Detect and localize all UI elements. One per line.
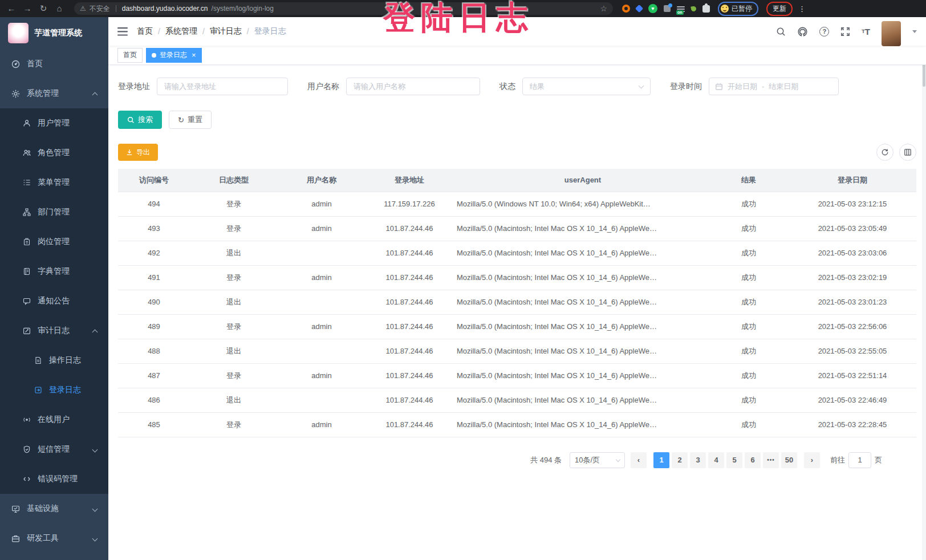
table-row[interactable]: 486 退出 101.87.244.46 Mozilla/5.0 (Macint…	[118, 388, 916, 412]
update-button-label: 更新	[773, 4, 786, 14]
jump-page-input[interactable]	[848, 452, 871, 468]
sidebar-item-label: 短信管理	[38, 444, 70, 455]
cell-login-date: 2021-05-03 22:55:05	[789, 339, 916, 363]
user-avatar[interactable]	[882, 21, 901, 46]
sidebar-item-notices[interactable]: 通知公告	[0, 286, 108, 316]
close-icon[interactable]: ×	[192, 51, 196, 59]
breadcrumb-item[interactable]: 审计日志	[210, 26, 242, 36]
extension-heart-icon[interactable]: ♥	[648, 4, 657, 13]
cell-user-agent: Mozilla/5.0 (Macintosh; Intel Mac OS X 1…	[453, 265, 709, 290]
column-settings-button[interactable]	[899, 144, 916, 161]
magnifier-icon	[127, 116, 135, 124]
page-button-1[interactable]: 1	[653, 452, 669, 468]
refresh-icon: ↻	[178, 116, 184, 124]
table-row[interactable]: 485 登录 admin 101.87.244.46 Mozilla/5.0 (…	[118, 412, 916, 437]
refresh-table-button[interactable]	[876, 144, 893, 161]
sidebar-item-menus[interactable]: 菜单管理	[0, 168, 108, 197]
export-button[interactable]: 导出	[118, 144, 158, 161]
sidebar-item-error-codes[interactable]: 错误码管理	[0, 464, 108, 494]
search-button[interactable]: 搜索	[118, 111, 162, 129]
scrollbar[interactable]	[922, 17, 926, 560]
users-icon	[23, 149, 31, 157]
page-button-50[interactable]: 50	[781, 452, 797, 468]
sidebar-item-posts[interactable]: 岗位管理	[0, 227, 108, 257]
fullscreen-icon[interactable]	[840, 27, 850, 36]
sidebar-item-dicts[interactable]: 字典管理	[0, 257, 108, 286]
sidebar-item-online-users[interactable]: 在线用户	[0, 405, 108, 435]
sidebar-item-system[interactable]: 系统管理	[0, 79, 108, 108]
tag-home[interactable]: 首页	[117, 48, 143, 63]
sidebar-item-dev-tools[interactable]: 研发工具	[0, 524, 108, 553]
table-row[interactable]: 488 退出 101.87.244.46 Mozilla/5.0 (Macint…	[118, 339, 916, 363]
page-button-3[interactable]: 3	[690, 452, 706, 468]
extension-leaf-icon[interactable]	[691, 6, 696, 11]
pagination: 共 494 条 10条/页 ‹ 123456•••50 › 前往 页	[118, 452, 882, 468]
table-row[interactable]: 493 登录 admin 101.87.244.46 Mozilla/5.0 (…	[118, 216, 916, 241]
cell-user-agent: Mozilla/5.0 (Macintosh; Intel Mac OS X 1…	[453, 290, 709, 314]
browser-reload-icon[interactable]: ↻	[36, 1, 50, 16]
table-row[interactable]: 487 登录 admin 101.87.244.46 Mozilla/5.0 (…	[118, 363, 916, 388]
logo-bar[interactable]: 芋道管理系统	[0, 17, 108, 49]
search-icon[interactable]	[776, 27, 786, 36]
tag-login-log[interactable]: 登录日志 ×	[146, 48, 202, 63]
cell-login-address: 101.87.244.46	[365, 290, 453, 314]
bookmark-star-icon[interactable]: ☆	[600, 4, 607, 13]
reset-button[interactable]: ↻ 重置	[169, 111, 212, 129]
extension-proxy-icon[interactable]: on	[677, 5, 685, 12]
browser-back-icon[interactable]: ←	[5, 1, 18, 16]
sidebar-item-roles[interactable]: 角色管理	[0, 138, 108, 168]
breadcrumb-item[interactable]: 系统管理	[165, 26, 197, 36]
sidebar-item-sms[interactable]: 短信管理	[0, 435, 108, 464]
help-icon[interactable]: ?	[819, 27, 829, 36]
sidebar-item-audit-logs[interactable]: 审计日志	[0, 316, 108, 346]
pages-ellipsis[interactable]: •••	[763, 452, 779, 468]
book-icon	[23, 267, 31, 275]
prev-page-button[interactable]: ‹	[631, 452, 647, 468]
table-row[interactable]: 492 退出 101.87.244.46 Mozilla/5.0 (Macint…	[118, 241, 916, 265]
extension-grid-icon[interactable]	[664, 5, 671, 12]
page-unit-label: 页	[875, 455, 882, 465]
sidebar-item-label: 岗位管理	[38, 237, 70, 247]
breadcrumb-item[interactable]: 首页	[137, 26, 153, 36]
sidebar-item-login-log[interactable]: 登录日志	[0, 375, 108, 405]
filter-form: 登录地址 用户名称 状态 结果 登录时间	[118, 78, 916, 95]
status-select[interactable]: 结果	[522, 78, 651, 95]
table-row[interactable]: 489 登录 admin 101.87.244.46 Mozilla/5.0 (…	[118, 314, 916, 339]
profile-chip[interactable]: 已暂停	[718, 2, 758, 16]
export-button-label: 导出	[136, 148, 150, 157]
next-page-button[interactable]: ›	[804, 452, 820, 468]
extensions-puzzle-icon[interactable]	[702, 5, 710, 13]
table-row[interactable]: 494 登录 admin 117.159.17.226 Mozilla/5.0 …	[118, 192, 916, 216]
browser-home-icon[interactable]: ⌂	[52, 1, 66, 16]
not-secure-label[interactable]: 不安全	[90, 4, 110, 14]
sidebar-item-infrastructure[interactable]: 基础设施	[0, 494, 108, 524]
sidebar-item-home[interactable]: 首页	[0, 49, 108, 79]
browser-menu-icon[interactable]: ⋮	[798, 5, 806, 13]
username-input[interactable]	[346, 78, 480, 95]
sidebar-item-operate-log[interactable]: 操作日志	[0, 346, 108, 375]
cell-user-agent: Mozilla/5.0 (Macintosh; Intel Mac OS X 1…	[453, 241, 709, 265]
page-button-5[interactable]: 5	[726, 452, 742, 468]
date-range-picker[interactable]: 开始日期 - 结束日期	[709, 78, 839, 95]
sidebar-item-departments[interactable]: 部门管理	[0, 197, 108, 227]
update-button[interactable]: 更新	[766, 2, 793, 16]
font-size-icon[interactable]: TT	[862, 27, 870, 36]
table-row[interactable]: 490 退出 101.87.244.46 Mozilla/5.0 (Macint…	[118, 290, 916, 314]
page-button-4[interactable]: 4	[708, 452, 724, 468]
extension-orange-icon[interactable]	[622, 5, 630, 13]
hamburger-icon[interactable]	[117, 27, 128, 36]
header-result: 结果	[709, 169, 789, 192]
tags-view: 首页 登录日志 ×	[108, 46, 926, 65]
extension-gem-icon[interactable]	[635, 5, 643, 13]
avatar-caret-icon[interactable]	[912, 30, 917, 33]
github-icon[interactable]	[797, 26, 808, 37]
page-button-2[interactable]: 2	[672, 452, 688, 468]
page-size-select[interactable]: 10条/页	[570, 452, 625, 468]
cell-login-address: 101.87.244.46	[365, 314, 453, 339]
cell-user-agent: Mozilla/5.0 (Macintosh; Intel Mac OS X 1…	[453, 216, 709, 241]
browser-forward-icon[interactable]: →	[21, 1, 34, 16]
page-button-6[interactable]: 6	[745, 452, 761, 468]
sidebar-item-users[interactable]: 用户管理	[0, 108, 108, 138]
table-row[interactable]: 491 登录 admin 101.87.244.46 Mozilla/5.0 (…	[118, 265, 916, 290]
login-address-input[interactable]	[157, 78, 288, 95]
